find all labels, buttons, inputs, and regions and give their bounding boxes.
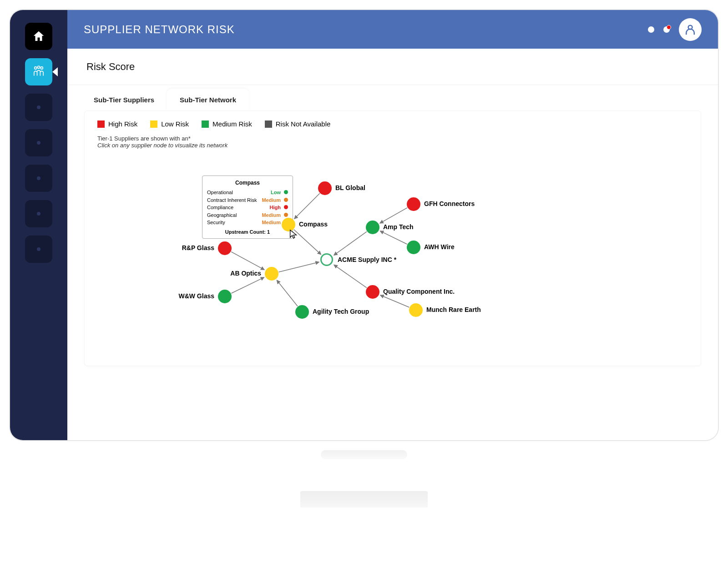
tooltip-title: Compass: [207, 180, 288, 186]
node-munch[interactable]: [409, 303, 423, 317]
node-label-munch: Munch Rare Earth: [426, 306, 481, 313]
node-amptech[interactable]: [366, 221, 379, 234]
legend-label: Risk Not Available: [276, 120, 331, 128]
legend-high-risk: High Risk: [97, 120, 137, 128]
nav-supplier-network[interactable]: [25, 58, 52, 85]
home-icon: [32, 30, 46, 43]
node-label-acme: ACME Supply INC *: [338, 256, 396, 263]
network-graph[interactable]: Compass OperationalLow Contract Inherent…: [97, 161, 688, 356]
node-label-gfh: GFH Connectors: [424, 200, 475, 207]
node-label-amptech: Amp Tech: [383, 223, 414, 231]
nav-home[interactable]: [25, 23, 52, 50]
content-area: SUPPLIER NETWORK RISK Risk Score Sub-Tie…: [67, 10, 718, 440]
node-label-awh: AWH Wire: [424, 243, 455, 251]
node-quality[interactable]: [366, 285, 379, 299]
tab-sub-tier-suppliers[interactable]: Sub-Tier Suppliers: [81, 89, 167, 111]
node-acme[interactable]: [320, 253, 333, 266]
node-aboptics[interactable]: [265, 267, 278, 281]
nav-item-4[interactable]: [25, 129, 52, 156]
legend-low-risk: Low Risk: [150, 120, 189, 128]
edge-wwglass-aboptics: [231, 277, 264, 293]
nav-item-3[interactable]: [25, 94, 52, 121]
legend: High Risk Low Risk Medium Risk Risk Not …: [97, 120, 688, 128]
tooltip-row: SecurityMedium: [207, 219, 288, 226]
legend-label: High Risk: [108, 120, 137, 128]
stand-neck: [321, 450, 407, 459]
legend-swatch-low: [150, 120, 157, 128]
node-awh[interactable]: [407, 241, 420, 254]
page-title-bar: Risk Score: [67, 49, 718, 85]
node-agility[interactable]: [295, 305, 309, 319]
tooltip-row: Contract Inherent RiskMedium: [207, 196, 288, 204]
network-panel: High Risk Low Risk Medium Risk Risk Not …: [85, 111, 701, 366]
user-avatar[interactable]: [679, 18, 702, 41]
header-right: [648, 18, 702, 41]
node-label-wwglass: W&W Glass: [160, 292, 214, 300]
edge-blglobal-compass: [294, 193, 320, 219]
node-label-rpglass: R&P Glass: [160, 244, 214, 251]
edge-munch-quality: [380, 295, 410, 307]
stand-base: [300, 491, 428, 507]
nav-item-6[interactable]: [25, 200, 52, 227]
node-label-agility: Agility Tech Group: [313, 308, 369, 315]
node-label-aboptics: AB Optics: [207, 270, 261, 277]
tooltip-row: OperationalLow: [207, 189, 288, 196]
svg-point-1: [37, 66, 40, 68]
node-label-quality: Quality Component Inc.: [383, 288, 455, 295]
legend-label: Low Risk: [161, 120, 189, 128]
body-area: Sub-Tier Suppliers Sub-Tier Network High…: [67, 85, 718, 440]
header-title: SUPPLIER NETWORK RISK: [84, 23, 235, 36]
edge-awh-amptech: [380, 231, 407, 244]
nav-item-5[interactable]: [25, 165, 52, 192]
nav-item-7[interactable]: [25, 236, 52, 263]
monitor-stand: [305, 450, 423, 507]
note-tier1: Tier-1 Suppliers are shown with an*: [97, 135, 688, 142]
cursor-icon: [288, 229, 298, 239]
edge-agility-aboptics: [277, 280, 298, 306]
notifications-icon[interactable]: [663, 26, 670, 33]
legend-risk-na: Risk Not Available: [265, 120, 331, 128]
tabs: Sub-Tier Suppliers Sub-Tier Network: [81, 89, 704, 111]
edge-rpglass-aboptics: [231, 252, 264, 270]
edge-quality-acme: [334, 265, 367, 288]
header-bar: SUPPLIER NETWORK RISK: [67, 10, 718, 49]
tooltip-row: ComplianceHigh: [207, 204, 288, 211]
sidebar: [10, 10, 67, 440]
node-wwglass[interactable]: [218, 290, 232, 303]
tooltip-row: GeographicalMedium: [207, 211, 288, 219]
tab-sub-tier-network[interactable]: Sub-Tier Network: [167, 89, 249, 111]
header-indicator-1[interactable]: [648, 26, 654, 33]
legend-medium-risk: Medium Risk: [202, 120, 252, 128]
svg-point-2: [40, 67, 43, 69]
legend-label: Medium Risk: [212, 120, 252, 128]
node-blglobal[interactable]: [318, 181, 332, 195]
edge-amptech-acme: [334, 231, 367, 255]
page-title: Risk Score: [86, 61, 135, 73]
monitor-frame: SUPPLIER NETWORK RISK Risk Score Sub-Tie…: [9, 9, 719, 441]
node-gfh[interactable]: [407, 197, 420, 211]
svg-point-0: [35, 67, 37, 69]
user-icon: [683, 23, 697, 36]
tooltip-footer: Upstream Count: 1: [207, 229, 288, 235]
note-click: Click on any supplier node to visualize …: [97, 142, 688, 149]
edge-gfh-amptech: [380, 208, 407, 223]
node-label-blglobal: BL Global: [335, 184, 365, 191]
people-icon: [31, 64, 46, 80]
node-label-compass: Compass: [299, 221, 328, 228]
node-tooltip: Compass OperationalLow Contract Inherent…: [202, 176, 293, 239]
active-indicator-arrow: [52, 67, 58, 76]
legend-swatch-medium: [202, 120, 209, 128]
legend-swatch-na: [265, 120, 272, 128]
legend-swatch-high: [97, 120, 105, 128]
edge-aboptics-acme: [279, 262, 319, 272]
node-rpglass[interactable]: [218, 241, 232, 255]
